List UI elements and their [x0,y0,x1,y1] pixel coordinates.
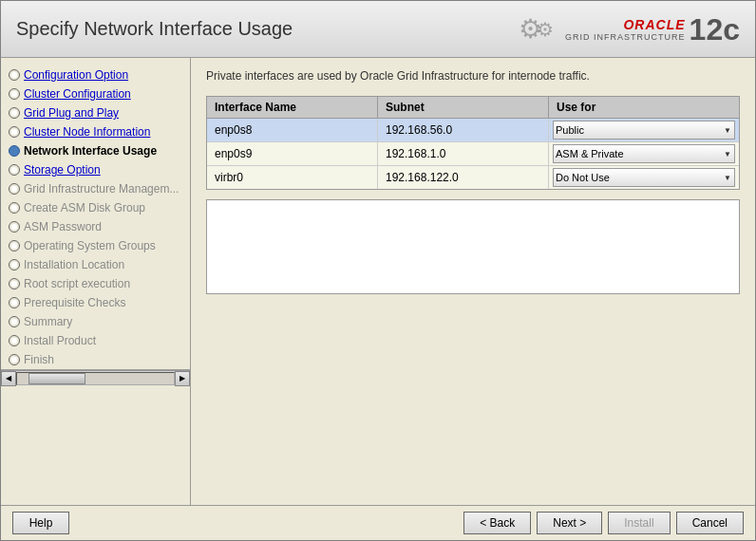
back-button[interactable]: < Back [463,512,531,534]
table-header: Interface Name Subnet Use for [207,97,739,119]
col-header-interface: Interface Name [207,97,378,118]
cell-subnet-0: 192.168.56.0 [378,119,549,141]
sidebar-item-asm-password: ASM Password [1,217,190,236]
sidebar-item-create-asm-disk-group: Create ASM Disk Group [1,198,190,217]
oracle-version-label: 12c [690,14,740,45]
scrollbar-thumb[interactable] [28,373,85,384]
sidebar-item-label-install-product: Install Product [24,334,96,347]
table-row-2[interactable]: virbr0192.168.122.0PublicPrivateASM & Pr… [207,166,739,189]
oracle-logo: ⚙ ⚙ ORACLE GRID INFRASTRUCTURE 12c [519,13,740,45]
sidebar-item-network-interface-usage[interactable]: Network Interface Usage [1,141,190,160]
oracle-text: ORACLE GRID INFRASTRUCTURE [565,17,686,42]
install-button[interactable]: Install [608,512,670,534]
sidebar-item-label-prerequisite-checks: Prerequisite Checks [24,296,125,309]
sidebar-item-label-asm-password: ASM Password [24,220,102,233]
sidebar-item-operating-system-groups: Operating System Groups [1,236,190,255]
table-row-1[interactable]: enp0s9192.168.1.0PublicPrivateASM & Priv… [207,142,739,166]
cell-name-1: enp0s9 [207,142,378,165]
footer-left: Help [12,512,69,534]
dropdown-wrapper-0: PublicPrivateASM & PrivateDo Not Use [553,121,735,140]
cell-subnet-2: 192.168.122.0 [378,166,549,189]
dropdown-wrapper-1: PublicPrivateASM & PrivateDo Not Use [553,144,735,163]
oracle-sub-label: GRID INFRASTRUCTURE [565,32,686,42]
oracle-brand-label: ORACLE [623,17,685,32]
sidebar-item-configuration-option[interactable]: Configuration Option [1,65,190,84]
cancel-button[interactable]: Cancel [676,512,744,534]
main-area: Configuration OptionCluster Configuratio… [1,58,755,505]
sidebar-item-grid-infrastructure-management: Grid Infrastructure Managem... [1,179,190,198]
col-header-subnet: Subnet [378,97,549,118]
scrollbar-track [16,372,175,385]
sidebar-item-install-product: Install Product [1,331,190,350]
col-header-usefor: Use for [549,97,739,118]
dropdown-wrapper-2: PublicPrivateASM & PrivateDo Not Use [553,168,735,187]
use-for-select-0[interactable]: PublicPrivateASM & PrivateDo Not Use [553,121,735,140]
sidebar-item-installation-location: Installation Location [1,255,190,274]
sidebar-item-label-root-script-execution: Root script execution [24,277,130,290]
bottom-text-area [206,199,740,294]
content-area: Private interfaces are used by Oracle Gr… [191,58,755,505]
help-button[interactable]: Help [12,512,69,534]
sidebar-item-label-network-interface-usage: Network Interface Usage [24,144,157,158]
sidebar-item-label-grid-plug-and-play: Grid Plug and Play [24,106,119,120]
header: Specify Network Interface Usage ⚙ ⚙ ORAC… [1,1,755,58]
sidebar-item-cluster-configuration[interactable]: Cluster Configuration [1,84,190,103]
sidebar-item-label-grid-infrastructure-management: Grid Infrastructure Managem... [24,182,179,196]
table-row-0[interactable]: enp0s8192.168.56.0PublicPrivateASM & Pri… [207,119,739,142]
sidebar-item-grid-plug-and-play[interactable]: Grid Plug and Play [1,103,190,122]
cell-subnet-1: 192.168.1.0 [378,142,549,165]
sidebar-item-storage-option[interactable]: Storage Option [1,160,190,179]
cell-usefor-0[interactable]: PublicPrivateASM & PrivateDo Not Use [549,119,739,141]
gear-icon-small: ⚙ [537,18,554,41]
footer: Help < Back Next > Install Cancel [1,505,755,540]
sidebar: Configuration OptionCluster Configuratio… [1,58,191,505]
cell-name-2: virbr0 [207,166,378,189]
use-for-select-2[interactable]: PublicPrivateASM & PrivateDo Not Use [553,168,735,187]
description-text: Private interfaces are used by Oracle Gr… [206,69,740,83]
sidebar-scrollbar-area: ◀ ▶ [1,369,190,385]
sidebar-item-cluster-node-information[interactable]: Cluster Node Information [1,122,190,141]
main-window: Specify Network Interface Usage ⚙ ⚙ ORAC… [0,0,756,541]
header-left: Specify Network Interface Usage [16,18,293,40]
interface-table: Interface Name Subnet Use for enp0s8192.… [206,96,740,190]
scroll-right-arrow[interactable]: ▶ [175,371,190,386]
table-body: enp0s8192.168.56.0PublicPrivateASM & Pri… [207,119,739,189]
cell-usefor-2[interactable]: PublicPrivateASM & PrivateDo Not Use [549,166,739,189]
footer-right: < Back Next > Install Cancel [463,512,744,534]
scroll-left-arrow[interactable]: ◀ [1,371,16,386]
sidebar-item-label-installation-location: Installation Location [24,258,124,271]
sidebar-item-label-configuration-option: Configuration Option [24,68,128,82]
sidebar-item-label-finish: Finish [24,353,54,366]
sidebar-item-label-storage-option: Storage Option [24,163,101,177]
sidebar-item-label-summary: Summary [24,315,72,328]
sidebar-item-label-cluster-configuration: Cluster Configuration [24,87,131,101]
next-button[interactable]: Next > [537,512,602,534]
sidebar-item-summary: Summary [1,312,190,331]
page-title: Specify Network Interface Usage [16,18,293,40]
sidebar-item-label-cluster-node-information: Cluster Node Information [24,125,150,139]
cell-usefor-1[interactable]: PublicPrivateASM & PrivateDo Not Use [549,142,739,165]
sidebar-item-label-operating-system-groups: Operating System Groups [24,239,156,252]
sidebar-item-finish: Finish [1,350,190,369]
sidebar-item-root-script-execution: Root script execution [1,274,190,293]
sidebar-item-label-create-asm-disk-group: Create ASM Disk Group [24,201,145,215]
use-for-select-1[interactable]: PublicPrivateASM & PrivateDo Not Use [553,144,735,163]
sidebar-item-prerequisite-checks: Prerequisite Checks [1,293,190,312]
cell-name-0: enp0s8 [207,119,378,141]
gear-icons: ⚙ ⚙ [519,13,554,45]
